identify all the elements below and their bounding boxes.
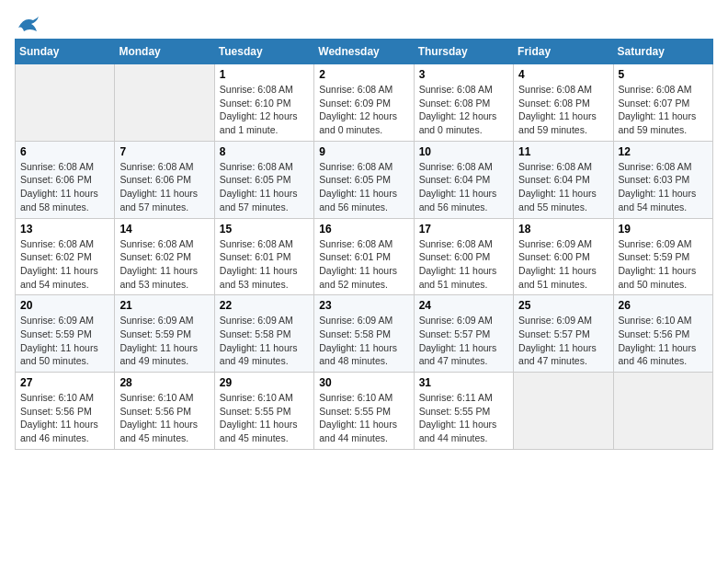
- logo-text: [15, 15, 42, 31]
- calendar-cell: 10Sunrise: 6:08 AM Sunset: 6:04 PM Dayli…: [414, 141, 513, 218]
- calendar-cell: 5Sunrise: 6:08 AM Sunset: 6:07 PM Daylig…: [613, 64, 712, 142]
- calendar-cell: [613, 373, 712, 450]
- day-number: 31: [419, 376, 508, 389]
- day-info: Sunrise: 6:10 AM Sunset: 5:56 PM Dayligh…: [119, 391, 209, 445]
- day-info: Sunrise: 6:09 AM Sunset: 5:57 PM Dayligh…: [518, 314, 608, 368]
- calendar-cell: 30Sunrise: 6:10 AM Sunset: 5:55 PM Dayli…: [314, 373, 414, 450]
- calendar-cell: 28Sunrise: 6:10 AM Sunset: 5:56 PM Dayli…: [115, 373, 214, 450]
- weekday-header: Tuesday: [214, 40, 313, 64]
- day-number: 24: [419, 299, 508, 312]
- day-info: Sunrise: 6:09 AM Sunset: 5:58 PM Dayligh…: [220, 314, 309, 368]
- day-number: 27: [20, 376, 109, 389]
- calendar-week-row: 27Sunrise: 6:10 AM Sunset: 5:56 PM Dayli…: [16, 373, 713, 450]
- calendar-table: SundayMondayTuesdayWednesdayThursdayFrid…: [15, 39, 713, 450]
- day-info: Sunrise: 6:08 AM Sunset: 6:08 PM Dayligh…: [419, 83, 508, 137]
- logo-bird-icon: [17, 15, 40, 35]
- calendar-cell: [16, 64, 115, 142]
- calendar-cell: 2Sunrise: 6:08 AM Sunset: 6:09 PM Daylig…: [314, 64, 414, 142]
- day-number: 5: [619, 68, 708, 81]
- day-info: Sunrise: 6:10 AM Sunset: 5:55 PM Dayligh…: [319, 391, 408, 445]
- calendar-cell: 16Sunrise: 6:08 AM Sunset: 6:01 PM Dayli…: [314, 218, 414, 295]
- weekday-header: Friday: [514, 40, 613, 64]
- calendar-cell: 7Sunrise: 6:08 AM Sunset: 6:06 PM Daylig…: [115, 141, 214, 218]
- calendar-cell: 20Sunrise: 6:09 AM Sunset: 5:59 PM Dayli…: [16, 295, 115, 373]
- day-number: 18: [518, 223, 608, 236]
- day-number: 16: [319, 223, 408, 236]
- day-number: 21: [119, 299, 209, 312]
- day-info: Sunrise: 6:08 AM Sunset: 6:04 PM Dayligh…: [518, 160, 608, 214]
- day-info: Sunrise: 6:08 AM Sunset: 6:07 PM Dayligh…: [619, 83, 708, 137]
- weekday-header: Wednesday: [314, 40, 414, 64]
- day-number: 29: [220, 376, 309, 389]
- day-number: 8: [220, 145, 309, 158]
- calendar-week-row: 13Sunrise: 6:08 AM Sunset: 6:02 PM Dayli…: [16, 218, 713, 295]
- day-info: Sunrise: 6:10 AM Sunset: 5:55 PM Dayligh…: [220, 391, 309, 445]
- day-number: 30: [319, 376, 408, 389]
- day-info: Sunrise: 6:10 AM Sunset: 5:56 PM Dayligh…: [619, 314, 708, 368]
- calendar-cell: 13Sunrise: 6:08 AM Sunset: 6:02 PM Dayli…: [16, 218, 115, 295]
- day-number: 26: [619, 299, 708, 312]
- calendar-cell: 6Sunrise: 6:08 AM Sunset: 6:06 PM Daylig…: [16, 141, 115, 218]
- day-number: 12: [619, 145, 708, 158]
- day-info: Sunrise: 6:08 AM Sunset: 6:05 PM Dayligh…: [220, 160, 309, 214]
- calendar-cell: 17Sunrise: 6:08 AM Sunset: 6:00 PM Dayli…: [414, 218, 513, 295]
- day-info: Sunrise: 6:08 AM Sunset: 6:02 PM Dayligh…: [119, 237, 209, 292]
- calendar-week-row: 20Sunrise: 6:09 AM Sunset: 5:59 PM Dayli…: [16, 295, 713, 373]
- calendar-header-row: SundayMondayTuesdayWednesdayThursdayFrid…: [16, 40, 713, 64]
- calendar-cell: 18Sunrise: 6:09 AM Sunset: 6:00 PM Dayli…: [514, 218, 613, 295]
- calendar-cell: 31Sunrise: 6:11 AM Sunset: 5:55 PM Dayli…: [414, 373, 513, 450]
- day-info: Sunrise: 6:08 AM Sunset: 6:09 PM Dayligh…: [319, 83, 408, 137]
- calendar-cell: 26Sunrise: 6:10 AM Sunset: 5:56 PM Dayli…: [613, 295, 712, 373]
- day-number: 4: [518, 68, 608, 81]
- day-number: 14: [119, 223, 209, 236]
- calendar-cell: 14Sunrise: 6:08 AM Sunset: 6:02 PM Dayli…: [115, 218, 214, 295]
- day-info: Sunrise: 6:09 AM Sunset: 5:59 PM Dayligh…: [619, 237, 708, 292]
- calendar-cell: 9Sunrise: 6:08 AM Sunset: 6:05 PM Daylig…: [314, 141, 414, 218]
- day-info: Sunrise: 6:11 AM Sunset: 5:55 PM Dayligh…: [419, 391, 508, 445]
- calendar-cell: 3Sunrise: 6:08 AM Sunset: 6:08 PM Daylig…: [414, 64, 513, 142]
- day-number: 10: [419, 145, 508, 158]
- calendar-cell: 8Sunrise: 6:08 AM Sunset: 6:05 PM Daylig…: [214, 141, 313, 218]
- day-number: 13: [20, 223, 109, 236]
- calendar-cell: 12Sunrise: 6:08 AM Sunset: 6:03 PM Dayli…: [613, 141, 712, 218]
- calendar-week-row: 6Sunrise: 6:08 AM Sunset: 6:06 PM Daylig…: [16, 141, 713, 218]
- day-info: Sunrise: 6:08 AM Sunset: 6:02 PM Dayligh…: [20, 237, 109, 292]
- calendar-cell: 29Sunrise: 6:10 AM Sunset: 5:55 PM Dayli…: [214, 373, 313, 450]
- calendar-cell: 19Sunrise: 6:09 AM Sunset: 5:59 PM Dayli…: [613, 218, 712, 295]
- weekday-header: Thursday: [414, 40, 513, 64]
- day-info: Sunrise: 6:08 AM Sunset: 6:06 PM Dayligh…: [20, 160, 109, 214]
- calendar-cell: 1Sunrise: 6:08 AM Sunset: 6:10 PM Daylig…: [214, 64, 313, 142]
- calendar-cell: [115, 64, 214, 142]
- day-info: Sunrise: 6:08 AM Sunset: 6:01 PM Dayligh…: [319, 237, 408, 292]
- day-number: 3: [419, 68, 508, 81]
- calendar-week-row: 1Sunrise: 6:08 AM Sunset: 6:10 PM Daylig…: [16, 64, 713, 142]
- page-header: [15, 15, 713, 31]
- day-info: Sunrise: 6:08 AM Sunset: 6:10 PM Dayligh…: [220, 83, 309, 137]
- day-info: Sunrise: 6:09 AM Sunset: 5:59 PM Dayligh…: [20, 314, 109, 368]
- day-number: 9: [319, 145, 408, 158]
- calendar-cell: 24Sunrise: 6:09 AM Sunset: 5:57 PM Dayli…: [414, 295, 513, 373]
- day-number: 25: [518, 299, 608, 312]
- day-number: 11: [518, 145, 608, 158]
- day-number: 22: [220, 299, 309, 312]
- day-number: 19: [619, 223, 708, 236]
- day-info: Sunrise: 6:08 AM Sunset: 6:05 PM Dayligh…: [319, 160, 408, 214]
- day-info: Sunrise: 6:08 AM Sunset: 6:04 PM Dayligh…: [419, 160, 508, 214]
- day-info: Sunrise: 6:08 AM Sunset: 6:03 PM Dayligh…: [619, 160, 708, 214]
- calendar-cell: 21Sunrise: 6:09 AM Sunset: 5:59 PM Dayli…: [115, 295, 214, 373]
- weekday-header: Sunday: [16, 40, 115, 64]
- day-info: Sunrise: 6:09 AM Sunset: 5:57 PM Dayligh…: [419, 314, 508, 368]
- day-info: Sunrise: 6:08 AM Sunset: 6:08 PM Dayligh…: [518, 83, 608, 137]
- day-number: 7: [119, 145, 209, 158]
- day-info: Sunrise: 6:09 AM Sunset: 5:58 PM Dayligh…: [319, 314, 408, 368]
- calendar-cell: 27Sunrise: 6:10 AM Sunset: 5:56 PM Dayli…: [16, 373, 115, 450]
- calendar-cell: 4Sunrise: 6:08 AM Sunset: 6:08 PM Daylig…: [514, 64, 613, 142]
- day-number: 28: [119, 376, 209, 389]
- calendar-cell: 15Sunrise: 6:08 AM Sunset: 6:01 PM Dayli…: [214, 218, 313, 295]
- day-number: 17: [419, 223, 508, 236]
- day-number: 6: [20, 145, 109, 158]
- day-number: 23: [319, 299, 408, 312]
- day-number: 2: [319, 68, 408, 81]
- day-info: Sunrise: 6:09 AM Sunset: 5:59 PM Dayligh…: [119, 314, 209, 368]
- logo: [15, 15, 42, 31]
